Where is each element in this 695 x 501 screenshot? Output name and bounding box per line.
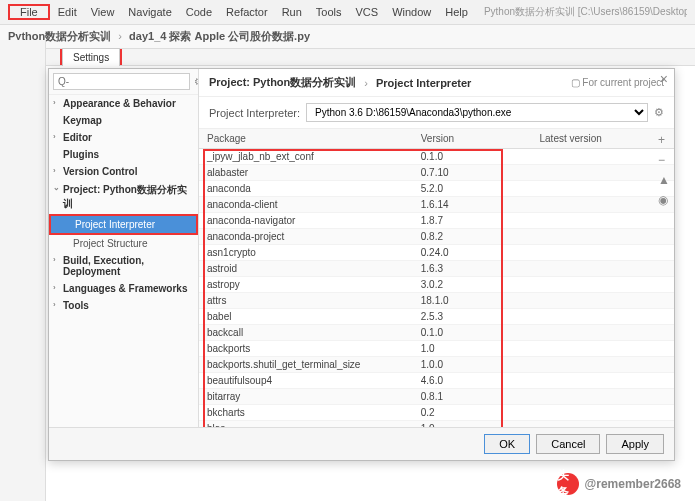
watermark-handle: @remember2668 <box>585 477 681 491</box>
pkg-latest <box>532 229 675 245</box>
col-version[interactable]: Version <box>413 129 532 149</box>
tree-item-8[interactable]: ›Build, Execution, Deployment <box>49 252 198 280</box>
title-path: Python数据分析实训 [C:\Users\86159\Desktop\202… <box>484 5 687 19</box>
pkg-name: anaconda-client <box>199 197 413 213</box>
menu-code[interactable]: Code <box>180 4 218 20</box>
search-input[interactable] <box>53 73 190 90</box>
table-row[interactable]: attrs18.1.0 <box>199 293 674 309</box>
tree-item-3[interactable]: Plugins <box>49 146 198 163</box>
settings-dialog: × ⚙ ›Appearance & BehaviorKeymap›EditorP… <box>48 68 675 461</box>
menu-window[interactable]: Window <box>386 4 437 20</box>
tab-settings[interactable]: Settings <box>62 48 120 66</box>
menu-tools[interactable]: Tools <box>310 4 348 20</box>
eye-icon[interactable]: ◉ <box>658 193 670 207</box>
pkg-name: alabaster <box>199 165 413 181</box>
col-package[interactable]: Package <box>199 129 413 149</box>
menu-refactor[interactable]: Refactor <box>220 4 274 20</box>
pkg-version: 0.7.10 <box>413 165 532 181</box>
table-row[interactable]: _ipyw_jlab_nb_ext_conf0.1.0 <box>199 149 674 165</box>
menu-help[interactable]: Help <box>439 4 474 20</box>
table-row[interactable]: beautifulsoup44.6.0 <box>199 373 674 389</box>
tree-item-6[interactable]: Project Interpreter <box>51 216 196 233</box>
tree-item-2[interactable]: ›Editor <box>49 129 198 146</box>
settings-tabbar: Settings <box>0 49 695 66</box>
table-row[interactable]: asn1crypto0.24.0 <box>199 245 674 261</box>
cancel-button[interactable]: Cancel <box>536 434 600 454</box>
table-row[interactable]: backcall0.1.0 <box>199 325 674 341</box>
pkg-version: 18.1.0 <box>413 293 532 309</box>
pkg-latest <box>532 149 675 165</box>
tree-item-9[interactable]: ›Languages & Frameworks <box>49 280 198 297</box>
table-row[interactable]: anaconda-navigator1.8.7 <box>199 213 674 229</box>
table-row[interactable]: bitarray0.8.1 <box>199 389 674 405</box>
tree-item-4[interactable]: ›Version Control <box>49 163 198 180</box>
pkg-latest <box>532 261 675 277</box>
menu-navigate[interactable]: Navigate <box>122 4 177 20</box>
expand-arrow-icon: › <box>53 255 56 264</box>
table-row[interactable]: anaconda-project0.8.2 <box>199 229 674 245</box>
ok-button[interactable]: OK <box>484 434 530 454</box>
menu-file[interactable]: File <box>14 4 44 20</box>
table-row[interactable]: astroid1.6.3 <box>199 261 674 277</box>
menu-run[interactable]: Run <box>276 4 308 20</box>
table-row[interactable]: alabaster0.7.10 <box>199 165 674 181</box>
toutiao-logo-icon: 头条 <box>557 473 579 495</box>
interpreter-select[interactable]: Python 3.6 D:\86159\Anaconda3\python.exe <box>306 103 648 122</box>
dialog-body: ⚙ ›Appearance & BehaviorKeymap›EditorPlu… <box>49 69 674 427</box>
breadcrumb-file[interactable]: day1_4 探索 Apple 公司股价数据.py <box>129 30 310 42</box>
package-tools: + − ▲ ◉ <box>656 129 672 211</box>
pkg-version: 1.6.3 <box>413 261 532 277</box>
pkg-latest <box>532 405 675 421</box>
pkg-name: anaconda-project <box>199 229 413 245</box>
main-header: Project: Python数据分析实训 › Project Interpre… <box>199 69 674 97</box>
tree-item-label: Appearance & Behavior <box>63 98 176 109</box>
settings-tree: ›Appearance & BehaviorKeymap›EditorPlugi… <box>49 95 198 314</box>
menu-edit[interactable]: Edit <box>52 4 83 20</box>
add-icon[interactable]: + <box>658 133 670 147</box>
pkg-latest <box>532 421 675 428</box>
pkg-name: bkcharts <box>199 405 413 421</box>
for-current-project-label: ▢ For current project <box>571 77 664 88</box>
tree-item-1[interactable]: Keymap <box>49 112 198 129</box>
settings-tab-highlight: Settings <box>60 49 122 65</box>
table-row[interactable]: backports.shutil_get_terminal_size1.0.0 <box>199 357 674 373</box>
pkg-latest <box>532 213 675 229</box>
table-row[interactable]: bkcharts0.2 <box>199 405 674 421</box>
interpreter-label: Project Interpreter: <box>209 107 300 119</box>
table-row[interactable]: babel2.5.3 <box>199 309 674 325</box>
pkg-name: astroid <box>199 261 413 277</box>
upgrade-icon[interactable]: ▲ <box>658 173 670 187</box>
close-icon[interactable]: × <box>660 71 668 87</box>
menu-view[interactable]: View <box>85 4 121 20</box>
pkg-name: _ipyw_jlab_nb_ext_conf <box>199 149 413 165</box>
pkg-name: backcall <box>199 325 413 341</box>
tree-item-5[interactable]: ⌄Project: Python数据分析实训 <box>49 180 198 214</box>
pkg-latest <box>532 245 675 261</box>
package-table: Package Version Latest version _ipyw_jla… <box>199 129 674 427</box>
apply-button[interactable]: Apply <box>606 434 664 454</box>
tree-item-label: Languages & Frameworks <box>63 283 187 294</box>
table-row[interactable]: backports1.0 <box>199 341 674 357</box>
pkg-latest <box>532 341 675 357</box>
tree-item-7[interactable]: Project Structure <box>49 235 198 252</box>
table-row[interactable]: blas1.0 <box>199 421 674 428</box>
pkg-version: 0.1.0 <box>413 325 532 341</box>
table-row[interactable]: anaconda5.2.0 <box>199 181 674 197</box>
table-row[interactable]: anaconda-client1.6.14 <box>199 197 674 213</box>
remove-icon[interactable]: − <box>658 153 670 167</box>
tree-item-label: Project: Python数据分析实训 <box>63 184 187 209</box>
settings-sidebar: ⚙ ›Appearance & BehaviorKeymap›EditorPlu… <box>49 69 199 427</box>
pkg-latest <box>532 325 675 341</box>
tree-item-10[interactable]: ›Tools <box>49 297 198 314</box>
col-latest[interactable]: Latest version <box>532 129 675 149</box>
table-row[interactable]: astropy3.0.2 <box>199 277 674 293</box>
tree-item-label: Build, Execution, Deployment <box>63 255 144 277</box>
tree-item-label: Project Structure <box>73 238 147 249</box>
settings-main: Project: Python数据分析实训 › Project Interpre… <box>199 69 674 427</box>
gear-icon[interactable]: ⚙ <box>654 106 664 119</box>
menu-vcs[interactable]: VCS <box>350 4 385 20</box>
expand-arrow-icon: › <box>53 98 56 107</box>
tree-item-0[interactable]: ›Appearance & Behavior <box>49 95 198 112</box>
interpreter-highlight-box: Project Interpreter <box>49 214 198 235</box>
pkg-name: backports.shutil_get_terminal_size <box>199 357 413 373</box>
